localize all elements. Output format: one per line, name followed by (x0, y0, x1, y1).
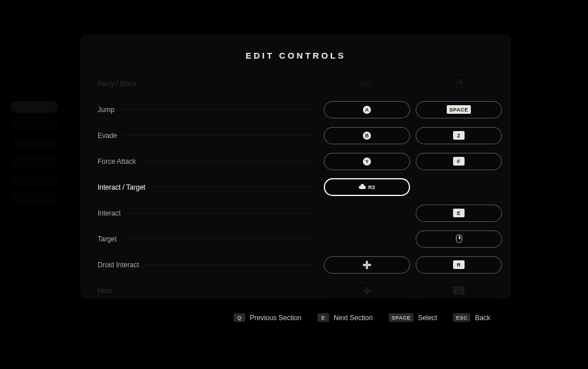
gamepad-binding[interactable]: LB (324, 75, 410, 93)
sidebar-item[interactable] (10, 101, 59, 113)
footer-hint-label: Back (475, 314, 490, 322)
keyboard-binding[interactable]: SPACE (416, 101, 502, 118)
keycap-icon: E (318, 313, 329, 322)
sidebar-item[interactable] (10, 138, 59, 149)
footer-hint-label: Select (418, 314, 437, 322)
panel-title: EDIT CONTROLS (80, 51, 511, 60)
keyboard-binding[interactable]: R (416, 256, 502, 274)
control-label: Target (98, 235, 117, 243)
control-row[interactable]: Force AttackYF (80, 148, 511, 174)
gamepad-button-icon: Y (363, 157, 371, 166)
footer-hints: QPrevious SectionENext SectionSPACESelec… (80, 313, 511, 322)
keycap-icon: SPACE (389, 313, 413, 322)
gamepad-button-icon: B (363, 132, 371, 140)
row-divider (142, 161, 316, 162)
keyboard-binding[interactable]: E (416, 205, 502, 222)
control-label: Interact / Target (98, 183, 145, 191)
row-divider (126, 213, 316, 213)
sidebar-item[interactable] (10, 120, 59, 131)
gamepad-dpad-icon (363, 261, 371, 269)
control-row[interactable]: Interact / TargetR3 (80, 174, 511, 200)
keycap-icon: Q (453, 286, 465, 295)
footer-hint: ENext Section (318, 313, 373, 322)
control-label: Parry / Block (98, 80, 137, 88)
keyboard-binding[interactable]: Q (416, 282, 502, 299)
keyboard-binding[interactable] (416, 230, 502, 248)
keycap-icon: ESC (453, 313, 470, 322)
row-divider (145, 264, 316, 265)
keycap-icon: Q (234, 313, 245, 322)
sidebar-item[interactable] (10, 175, 59, 186)
control-label: Evade (98, 132, 117, 140)
control-row[interactable]: Droid InteractR (80, 252, 511, 278)
keycap-icon: R (453, 260, 465, 269)
gamepad-button-icon: A (363, 106, 371, 114)
mouse-right-icon (456, 79, 462, 88)
control-row[interactable]: InteractE (80, 200, 511, 226)
gamepad-bumper-icon: LB (359, 80, 374, 87)
row-divider (120, 109, 316, 110)
keyboard-binding[interactable]: Z (416, 127, 502, 144)
control-row[interactable]: Parry / BlockLB (80, 71, 511, 97)
control-row[interactable]: EvadeBZ (80, 122, 511, 148)
footer-hint-label: Next Section (334, 314, 373, 322)
gamepad-binding[interactable]: A (324, 101, 410, 118)
footer-hint: SPACESelect (389, 313, 437, 322)
gamepad-dpad-icon (363, 287, 371, 295)
controls-panel: EDIT CONTROLS Parry / BlockLBJumpASPACEE… (80, 34, 511, 299)
keycap-icon: SPACE (447, 105, 471, 114)
row-divider (122, 239, 316, 239)
control-row[interactable]: JumpASPACE (80, 97, 511, 122)
row-divider (151, 187, 316, 187)
sidebar-item[interactable] (10, 156, 59, 168)
gamepad-stick-icon: R3 (359, 184, 375, 190)
mouse-middle-icon (456, 235, 462, 243)
gamepad-binding[interactable]: R3 (324, 178, 410, 196)
control-label: Interact (98, 209, 121, 217)
row-divider (123, 135, 316, 136)
control-label: Jump (98, 106, 114, 114)
sidebar (10, 101, 59, 205)
footer-hint-label: Previous Section (250, 314, 301, 322)
gamepad-binding[interactable]: Y (324, 153, 410, 170)
gamepad-binding[interactable] (324, 256, 410, 274)
gamepad-binding[interactable] (324, 282, 410, 299)
sidebar-item[interactable] (10, 193, 59, 205)
footer-hint: ESCBack (453, 313, 490, 322)
keyboard-binding[interactable] (416, 75, 502, 93)
control-row[interactable]: HealQ (80, 278, 511, 299)
control-label: Droid Interact (98, 261, 139, 269)
keyboard-binding[interactable]: F (416, 153, 502, 170)
keycap-icon: F (453, 157, 465, 166)
control-label: Force Attack (98, 157, 136, 166)
row-divider (118, 290, 316, 291)
control-row[interactable]: Target (80, 226, 511, 252)
keycap-icon: E (453, 209, 465, 217)
row-divider (142, 83, 316, 84)
control-label: Heal (98, 287, 112, 295)
footer-hint: QPrevious Section (234, 313, 301, 322)
keycap-icon: Z (453, 131, 465, 140)
gamepad-binding[interactable]: B (324, 127, 410, 144)
